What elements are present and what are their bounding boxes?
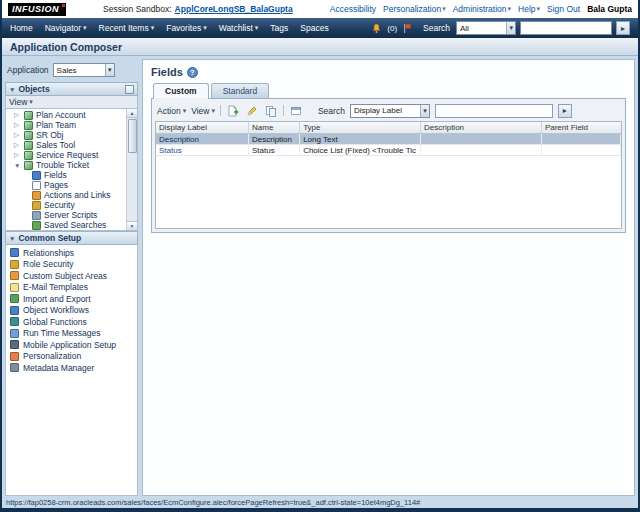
tree-item-plan-team[interactable]: ▷Plan Team (6, 120, 126, 130)
common-setup-item-object-workflows[interactable]: Object Workflows (6, 305, 137, 317)
nav-favorites[interactable]: Favorites▾ (166, 23, 206, 33)
table-search-input[interactable] (435, 104, 553, 118)
column-header-type[interactable]: Type (300, 122, 421, 133)
nav-search-label: Search (423, 23, 450, 33)
nav-spaces[interactable]: Spaces (300, 23, 328, 33)
chevron-down-icon: ▾ (29, 98, 33, 106)
sign-out-link[interactable]: Sign Out (547, 4, 580, 14)
common-setup-item-personalization[interactable]: Personalization (6, 351, 137, 363)
nav-navigator[interactable]: Navigator▾ (45, 23, 87, 33)
run-time-messages-icon (10, 329, 19, 338)
accessibility-link[interactable]: Accessibility (330, 4, 376, 14)
objects-panel-header[interactable]: ▼ Objects (5, 82, 138, 96)
expand-icon[interactable]: ▷ (14, 141, 21, 149)
collapse-panel-icon[interactable]: ▼ (9, 235, 15, 242)
global-header-links: Accessibility Personalization▾ Administr… (330, 4, 632, 14)
logo-accent (62, 4, 65, 7)
tree-item-saved-searches[interactable]: Saved Searches (6, 220, 126, 230)
global-header: INFUSION Session Sandbox:ApplCoreLongSB_… (2, 0, 638, 18)
tree-item-service-request[interactable]: ▷Service Request (6, 150, 126, 160)
expand-icon[interactable]: ▷ (14, 131, 21, 139)
common-setup-item-relationships[interactable]: Relationships (6, 247, 137, 259)
object-workflows-icon (10, 306, 19, 315)
page-title: Application Composer (10, 41, 122, 53)
table-row-status[interactable]: Status Status Choice List (Fixed) <Troub… (156, 145, 621, 156)
table-search-go-button[interactable]: ▸ (558, 104, 572, 118)
expand-icon[interactable]: ▷ (14, 111, 21, 119)
tree-item-pages[interactable]: Pages (6, 180, 126, 190)
create-icon[interactable] (226, 104, 240, 118)
application-select[interactable]: Sales▾ (53, 63, 115, 77)
logo-text: INFUSION (12, 4, 59, 14)
objects-tree: ▷Plan Account ▷Plan Team ▷SR Obj ▷Sales … (5, 109, 138, 231)
administration-menu[interactable]: Administration▾ (453, 4, 511, 14)
session-sandbox-link[interactable]: ApplCoreLongSB_BalaGupta (175, 4, 293, 14)
field-link[interactable]: Status (159, 146, 182, 155)
field-link[interactable]: Description (159, 135, 199, 144)
common-setup-header[interactable]: ▼ Common Setup (5, 231, 138, 245)
nav-watchlist[interactable]: Watchlist▾ (219, 23, 259, 33)
nav-search-go-button[interactable]: ▸ (616, 21, 630, 35)
table-row-description[interactable]: Description Description Long Text (156, 134, 621, 145)
nav-tags[interactable]: Tags (270, 23, 288, 33)
content-area: Application Sales▾ ▼ Objects View▾ ▷Plan… (2, 56, 638, 496)
collapse-icon[interactable]: ▼ (14, 162, 21, 169)
custom-subject-areas-icon (10, 271, 19, 280)
detach-icon[interactable] (289, 104, 303, 118)
help-icon[interactable]: ? (187, 67, 198, 78)
common-setup-item-global-functions[interactable]: Global Functions (6, 316, 137, 328)
search-scope-select[interactable]: All▾ (456, 21, 516, 35)
nav-recent-items[interactable]: Recent Items▾ (99, 23, 155, 33)
tree-view-menu[interactable]: View▾ (9, 97, 33, 107)
expand-pane-icon[interactable] (125, 85, 134, 94)
column-header-display-label[interactable]: Display Label (156, 122, 249, 133)
chevron-down-icon: ▾ (442, 5, 446, 13)
collapse-panel-icon[interactable]: ▼ (9, 86, 15, 93)
common-setup-item-import-and-export[interactable]: Import and Export (6, 293, 137, 305)
cell-type: Long Text (300, 134, 421, 144)
flag-icon[interactable] (401, 21, 415, 35)
tree-item-fields[interactable]: Fields (6, 170, 126, 180)
tree-item-trouble-ticket[interactable]: ▼Trouble Ticket (6, 160, 126, 170)
common-setup-item-metadata-manager[interactable]: Metadata Manager (6, 362, 137, 374)
chevron-down-icon: ▾ (83, 24, 87, 32)
scroll-up-icon[interactable]: ▲ (127, 109, 138, 118)
tree-item-security[interactable]: Security (6, 200, 126, 210)
scroll-down-icon[interactable]: ▼ (127, 221, 138, 230)
common-setup-item-custom-subject-areas[interactable]: Custom Subject Areas (6, 270, 137, 282)
security-icon (32, 201, 41, 210)
help-menu[interactable]: Help▾ (518, 4, 540, 14)
tree-item-sr-obj[interactable]: ▷SR Obj (6, 130, 126, 140)
tree-item-plan-account[interactable]: ▷Plan Account (6, 110, 126, 120)
global-functions-icon (10, 317, 19, 326)
tab-standard[interactable]: Standard (211, 83, 270, 98)
mobile-app-setup-icon (10, 340, 19, 349)
expand-icon[interactable]: ▷ (14, 121, 21, 129)
tab-custom[interactable]: Custom (153, 83, 209, 98)
common-setup-item-mobile-application-setup[interactable]: Mobile Application Setup (6, 339, 137, 351)
common-setup-item-email-templates[interactable]: E-Mail Templates (6, 282, 137, 294)
action-menu[interactable]: Action▾ (157, 106, 186, 116)
tree-item-actions-and-links[interactable]: Actions and Links (6, 190, 126, 200)
notification-count[interactable]: (0) (387, 24, 397, 33)
common-setup-item-run-time-messages[interactable]: Run Time Messages (6, 328, 137, 340)
table-view-menu[interactable]: View▾ (191, 106, 215, 116)
tree-item-sales-tool[interactable]: ▷Sales Tool (6, 140, 126, 150)
nav-search-input[interactable] (520, 21, 612, 35)
common-setup-item-role-security[interactable]: Role Security (6, 259, 137, 271)
session-sandbox-label: Session Sandbox: (103, 4, 172, 14)
nav-home[interactable]: Home (10, 23, 33, 33)
notifications-bell-icon[interactable] (369, 21, 383, 35)
edit-icon[interactable] (245, 104, 259, 118)
column-header-parent-field[interactable]: Parent Field (542, 122, 621, 133)
chevron-down-icon: ▾ (203, 24, 207, 32)
tree-item-server-scripts[interactable]: Server Scripts (6, 210, 126, 220)
column-header-name[interactable]: Name (249, 122, 300, 133)
duplicate-icon[interactable] (264, 104, 278, 118)
personalization-menu[interactable]: Personalization▾ (383, 4, 446, 14)
search-column-select[interactable]: Display Label▾ (350, 104, 430, 118)
tree-scrollbar[interactable]: ▲ ▼ (126, 109, 137, 230)
expand-icon[interactable]: ▷ (14, 151, 21, 159)
scrollbar-thumb[interactable] (128, 119, 137, 153)
column-header-description[interactable]: Description (421, 122, 542, 133)
